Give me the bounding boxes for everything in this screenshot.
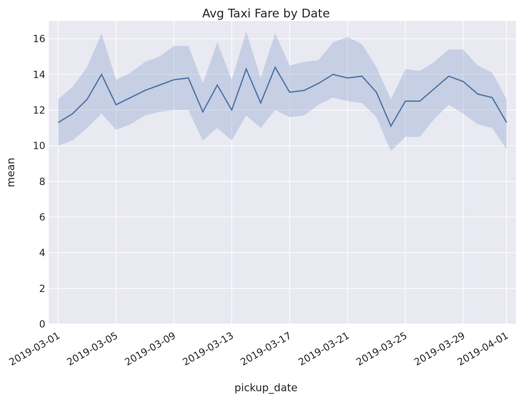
y-tick-label: 10 xyxy=(24,140,45,152)
x-tick-label: 2019-03-01 xyxy=(7,330,62,368)
y-tick-label: 16 xyxy=(24,33,45,45)
chart-container: Avg Taxi Fare by Date 0246810121416 2019… xyxy=(0,0,532,400)
y-tick-label: 12 xyxy=(24,104,45,116)
y-tick-label: 4 xyxy=(24,247,45,259)
x-tick-label: 2019-03-13 xyxy=(181,330,235,368)
chart-svg xyxy=(49,21,516,324)
y-tick-label: 6 xyxy=(24,211,45,223)
x-tick-label: 2019-03-17 xyxy=(238,330,293,368)
y-axis-label: mean xyxy=(5,157,17,187)
x-tick-label: 2019-03-05 xyxy=(65,330,120,368)
chart-title: Avg Taxi Fare by Date xyxy=(0,6,532,20)
x-tick-label: 2019-03-21 xyxy=(296,330,351,368)
y-tick-label: 2 xyxy=(24,283,45,294)
y-tick-label: 8 xyxy=(24,176,45,187)
x-axis-label: pickup_date xyxy=(0,382,532,394)
y-tick-label: 14 xyxy=(24,69,45,80)
x-tick-label: 2019-03-09 xyxy=(123,330,177,368)
plot-area xyxy=(49,21,516,324)
x-tick-label: 2019-03-25 xyxy=(354,330,409,368)
y-tick-label: 0 xyxy=(24,318,45,330)
